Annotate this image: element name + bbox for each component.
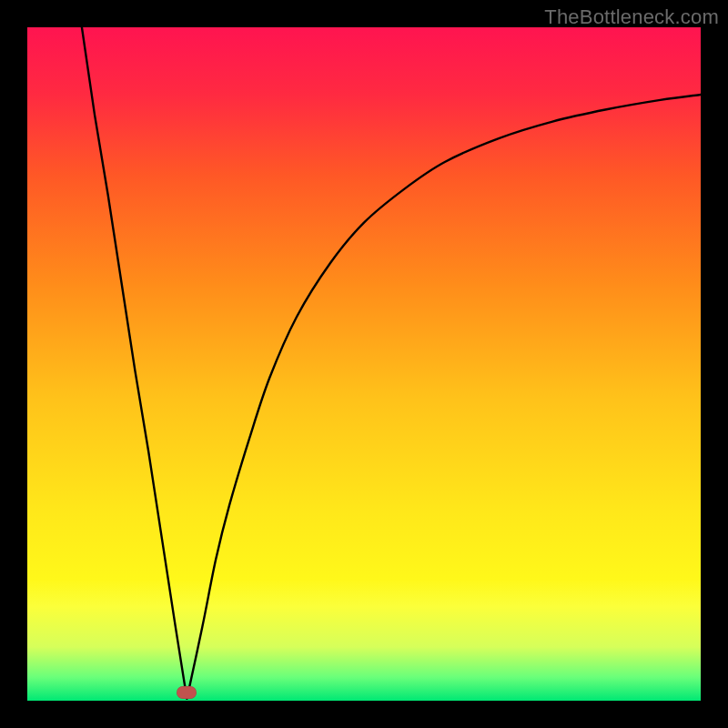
plot-area — [27, 27, 701, 701]
chart-frame: TheBottleneck.com — [0, 0, 728, 728]
watermark-text: TheBottleneck.com — [544, 5, 719, 29]
curve-path — [82, 27, 701, 699]
bottleneck-curve — [27, 27, 701, 701]
optimum-marker — [177, 686, 197, 699]
